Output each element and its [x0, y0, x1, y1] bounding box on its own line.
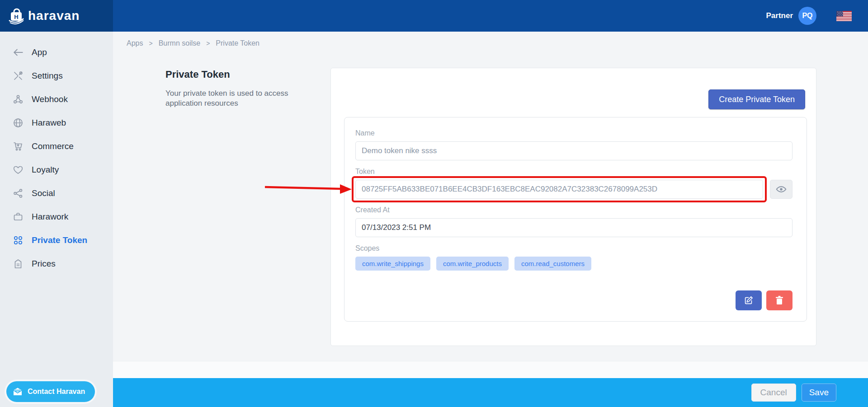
toggle-token-visibility-button[interactable] [770, 180, 793, 199]
globe-icon [12, 117, 24, 129]
created-at-field-group: Created At [355, 206, 793, 237]
breadcrumb-apps[interactable]: Apps [127, 39, 143, 47]
sidebar-item-webhook[interactable]: Webhook [0, 88, 113, 111]
token-field-group: Token [355, 168, 793, 199]
sidebar-item-commerce[interactable]: Commerce [0, 135, 113, 158]
brand-wordmark: haravan [28, 9, 80, 23]
sidebar-item-harawork[interactable]: Harawork [0, 205, 113, 229]
name-label: Name [355, 129, 793, 137]
private-token-card: Create Private Token Name Token [330, 68, 816, 346]
token-input[interactable] [355, 180, 763, 199]
sidebar-item-loyalty[interactable]: Loyalty [0, 158, 113, 182]
scopes-label: Scopes [355, 244, 793, 253]
main-content: Apps > Burmn soilse > Private Token Priv… [113, 32, 868, 378]
cancel-button[interactable]: Cancel [751, 384, 796, 402]
card-toolbar: Create Private Token [344, 89, 807, 109]
eye-icon [775, 183, 787, 195]
sidebar-item-social[interactable]: Social [0, 182, 113, 205]
delete-token-button[interactable] [766, 290, 793, 310]
contact-haravan-button[interactable]: Contact Haravan [6, 381, 95, 402]
heart-icon [12, 164, 24, 176]
scope-chip[interactable]: com.write_products [436, 257, 509, 271]
token-detail-card: Name Token [344, 117, 807, 322]
token-label: Token [355, 168, 793, 176]
name-input[interactable] [355, 141, 793, 160]
sidebar-item-label: Prices [32, 259, 56, 269]
annotation-arrow [264, 182, 352, 195]
token-actions [355, 290, 793, 310]
sidebar-item-label: Social [32, 188, 55, 198]
partner-label: Partner [766, 11, 793, 20]
envelope-icon [12, 386, 23, 397]
tag-icon [12, 258, 24, 270]
grid-icon [12, 234, 24, 246]
created-at-input[interactable] [355, 218, 793, 237]
breadcrumb-separator: > [206, 40, 210, 47]
section-intro: Private Token Your private token is used… [165, 68, 330, 109]
edit-token-button[interactable] [736, 290, 762, 310]
trash-icon [775, 295, 784, 305]
page-description: Your private token is used to access app… [165, 89, 294, 109]
breadcrumb-separator: > [149, 40, 152, 47]
footer-action-bar: Cancel Save [113, 378, 868, 407]
scope-chip[interactable]: com.read_customers [514, 257, 591, 271]
avatar[interactable]: PQ [798, 7, 816, 25]
breadcrumb-app-name[interactable]: Burmn soilse [159, 39, 200, 47]
sidebar-item-app[interactable]: App [0, 41, 113, 64]
created-at-label: Created At [355, 206, 793, 214]
scope-chip-list: com.write_shippings com.write_products c… [355, 257, 793, 271]
breadcrumb-current: Private Token [216, 39, 259, 47]
sidebar-item-private-token[interactable]: Private Token [0, 229, 113, 252]
sidebar-item-settings[interactable]: Settings [0, 64, 113, 88]
sidebar-item-prices[interactable]: Prices [0, 252, 113, 276]
edit-pencil-icon [744, 295, 754, 305]
arrow-left-icon [12, 47, 24, 58]
breadcrumb: Apps > Burmn soilse > Private Token [113, 32, 868, 48]
tools-icon [12, 70, 24, 82]
cart-icon [12, 140, 24, 152]
save-button[interactable]: Save [802, 384, 836, 402]
haravan-bag-icon: H [7, 6, 26, 25]
topbar-right: Partner PQ [766, 7, 868, 25]
svg-text:H: H [14, 14, 18, 20]
brand-logo[interactable]: H haravan [0, 0, 113, 32]
content-row: Private Token Your private token is used… [113, 68, 868, 346]
sidebar-item-label: Commerce [32, 141, 74, 151]
sidebar-item-label: Harawork [32, 212, 68, 222]
contact-haravan-label: Contact Haravan [28, 388, 85, 396]
sidebar-item-label: Haraweb [32, 118, 66, 128]
pre-footer-strip [113, 361, 868, 378]
briefcase-icon [12, 211, 24, 223]
webhook-icon [12, 94, 24, 105]
sidebar-item-label: Webhook [32, 94, 68, 104]
share-icon [12, 187, 24, 199]
us-flag-icon[interactable] [836, 11, 852, 21]
name-field-group: Name [355, 129, 793, 160]
sidebar-item-label: Loyalty [32, 165, 59, 175]
sidebar-item-label: App [32, 47, 47, 57]
create-private-token-button[interactable]: Create Private Token [708, 89, 805, 109]
sidebar-item-label: Settings [32, 71, 63, 81]
sidebar-item-haraweb[interactable]: Haraweb [0, 111, 113, 135]
sidebar-items: App Settings Webhook Haraweb Commerce [0, 32, 113, 276]
sidebar-item-label: Private Token [32, 235, 87, 245]
sidebar: App Settings Webhook Haraweb Commerce [0, 32, 113, 407]
scopes-field-group: Scopes com.write_shippings com.write_pro… [355, 244, 793, 271]
page-title: Private Token [165, 69, 330, 80]
token-row [355, 180, 793, 199]
scope-chip[interactable]: com.write_shippings [355, 257, 430, 271]
top-bar: H haravan Partner PQ [0, 0, 868, 32]
